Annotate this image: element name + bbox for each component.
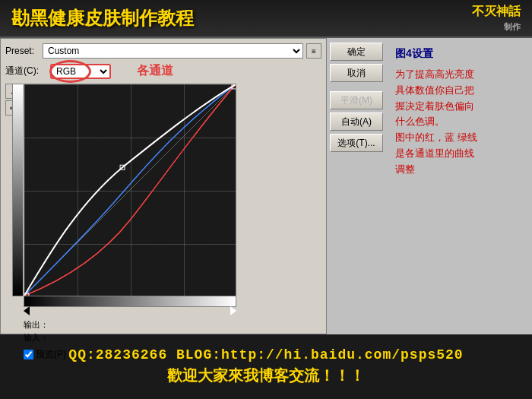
preview-label: 预览(P) xyxy=(36,348,66,361)
footer-line2: 歡迎大家來我博客交流！！！ xyxy=(167,366,365,386)
y-gradient xyxy=(12,84,23,296)
footer: QQ:28236266 BLOG:http://hi.baidu.com/psp… xyxy=(0,334,532,399)
smooth-button[interactable]: 平滑(M) xyxy=(330,91,383,109)
output-label: 输出： xyxy=(24,319,236,331)
info-title: 图4设置 xyxy=(395,47,524,61)
main-content: Preset: Custom ≡ 通道(C): RGB 各通道 ↗ ✏ xyxy=(0,38,532,334)
triangle-right[interactable] xyxy=(230,306,236,315)
preset-menu-icon[interactable]: ≡ xyxy=(306,43,321,59)
x-gradient xyxy=(24,296,236,307)
curves-graph[interactable] xyxy=(24,84,236,296)
options-button[interactable]: 选项(T)... xyxy=(330,134,383,152)
logo-text: 不灭神話 xyxy=(472,5,521,17)
preview-checkbox[interactable] xyxy=(24,350,33,359)
logo-sub: 制作 xyxy=(504,22,521,31)
header-title: 勘黑健康皮肤制作教程 xyxy=(11,6,194,30)
confirm-button[interactable]: 确定 xyxy=(330,43,383,61)
channel-label: 通道(C): xyxy=(5,65,47,78)
info-line6: 是各通道里的曲线 xyxy=(395,147,474,159)
preset-select[interactable]: Custom xyxy=(43,43,303,59)
channel-row: 通道(C): RGB 各通道 xyxy=(5,63,321,79)
cancel-button[interactable]: 取消 xyxy=(330,64,383,82)
info-line7: 调整 xyxy=(395,163,415,175)
curves-graph-area: 输出： 输入： xyxy=(24,84,236,344)
curves-svg xyxy=(24,84,236,296)
triangle-row xyxy=(24,307,236,315)
curves-dialog: Preset: Custom ≡ 通道(C): RGB 各通道 ↗ ✏ xyxy=(0,38,327,334)
header-logo: 不灭神話 制作 xyxy=(472,4,521,33)
preset-label: Preset: xyxy=(5,46,40,56)
channel-annotation-text: 各通道 xyxy=(137,63,173,79)
channel-select[interactable]: RGB xyxy=(50,64,111,79)
info-line3: 握决定着肤色偏向 xyxy=(395,100,474,112)
info-panel: 图4设置 为了提高高光亮度 具体数值你自己把 握决定着肤色偏向 什么色调。 图中… xyxy=(388,38,532,334)
info-text: 为了提高高光亮度 具体数值你自己把 握决定着肤色偏向 什么色调。 图中的红，蓝 … xyxy=(395,67,524,178)
auto-button[interactable]: 自动(A) xyxy=(330,112,383,131)
preview-row: 预览(P) xyxy=(5,348,321,361)
info-line2: 具体数值你自己把 xyxy=(395,84,474,96)
info-line4: 什么色调。 xyxy=(395,116,445,127)
info-line1: 为了提高高光亮度 xyxy=(395,68,474,80)
curves-area: ↗ ✏ xyxy=(5,84,321,344)
info-line5: 图中的红，蓝 绿线 xyxy=(395,131,477,143)
right-buttons-panel: 确定 取消 平滑(M) 自动(A) 选项(T)... xyxy=(327,38,388,334)
input-label: 输入： xyxy=(24,332,236,344)
preset-row: Preset: Custom ≡ xyxy=(5,43,321,59)
header: 勘黑健康皮肤制作教程 不灭神話 制作 xyxy=(0,0,532,38)
triangle-left[interactable] xyxy=(24,306,30,315)
